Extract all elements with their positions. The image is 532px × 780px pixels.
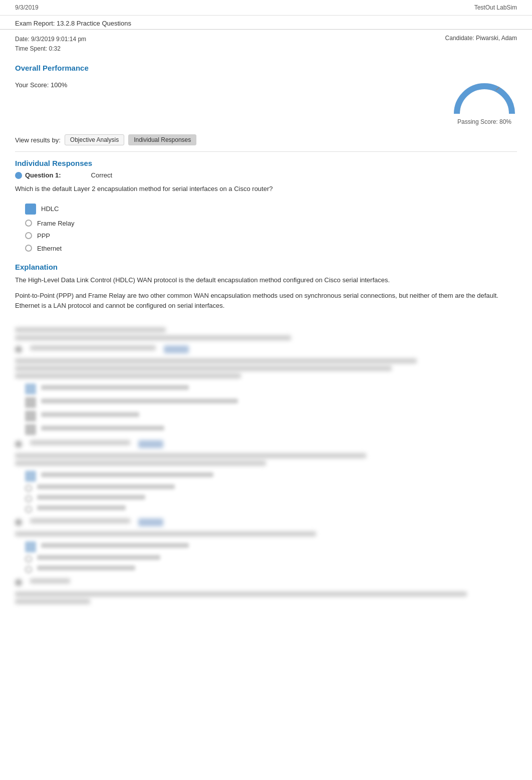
blurred-block-4 xyxy=(15,440,517,448)
individual-responses-title: Individual Responses xyxy=(0,154,532,169)
hdlc-indicator xyxy=(25,204,36,215)
tab-individual-responses[interactable]: Individual Responses xyxy=(128,134,196,145)
score-chart xyxy=(452,81,517,116)
blurred-options xyxy=(15,383,517,435)
hdlc-label: HDLC xyxy=(41,205,59,213)
explanation-title: Explanation xyxy=(15,263,517,271)
blurred-option-7 xyxy=(25,495,517,503)
explanation-section: Explanation The High-Level Data Link Con… xyxy=(0,257,532,322)
explanation-para-2: Point-to-Point (PPP) and Frame Relay are… xyxy=(15,291,517,312)
blurred-block-6 xyxy=(15,518,517,526)
exam-title: Exam Report: 13.2.8 Practice Questions xyxy=(15,20,517,27)
blurred-block-8 xyxy=(15,578,517,587)
exam-header: Exam Report: 13.2.8 Practice Questions xyxy=(0,16,532,30)
question-1-status: Correct xyxy=(91,171,113,179)
app-name: TestOut LabSim xyxy=(474,4,517,11)
blurred-block-2 xyxy=(15,345,517,353)
ppp-radio xyxy=(25,232,32,239)
frame-relay-label: Frame Relay xyxy=(37,220,74,227)
option-hdlc: HDLC xyxy=(25,201,507,217)
blurred-option-4 xyxy=(25,424,517,435)
blurred-option-8 xyxy=(25,505,517,513)
question-1-header: Question 1: Correct xyxy=(0,169,532,181)
blurred-option-5 xyxy=(25,471,517,482)
question-1-indicator xyxy=(15,172,22,179)
blurred-block-1 xyxy=(15,327,517,340)
blurred-option-1 xyxy=(25,383,517,395)
score-right: Passing Score: 80% xyxy=(452,81,517,125)
passing-score: Passing Score: 80% xyxy=(457,118,511,125)
view-results-label: View results by: xyxy=(15,136,61,144)
blurred-block-7 xyxy=(15,531,517,536)
question-1-indicator-wrapper: Question 1: xyxy=(15,171,61,179)
blurred-option-10 xyxy=(25,555,517,563)
overall-performance-title: Overall Performance xyxy=(15,64,517,72)
blurred-option-11 xyxy=(25,565,517,573)
blurred-options-2 xyxy=(15,471,517,513)
ethernet-label: Ethernet xyxy=(37,245,62,252)
option-frame-relay: Frame Relay xyxy=(25,217,507,230)
tab-objective-analysis[interactable]: Objective Analysis xyxy=(65,134,124,145)
explanation-para-1: The High-Level Data Link Control (HDLC) … xyxy=(15,275,517,286)
date-label: 9/3/2019 xyxy=(15,4,39,11)
option-ethernet: Ethernet xyxy=(25,242,507,255)
exam-date: Date: 9/3/2019 9:01:14 pm xyxy=(15,35,86,44)
score-left: Your Score: 100% xyxy=(15,81,432,89)
blurred-options-3 xyxy=(15,541,517,573)
overall-performance-section: Overall Performance xyxy=(0,59,532,81)
question-1-number: Question 1: xyxy=(25,171,61,179)
view-results-bar: View results by: Objective Analysis Indi… xyxy=(0,130,532,149)
your-score: Your Score: 100% xyxy=(15,81,432,89)
divider-1 xyxy=(15,151,517,152)
question-1-text: Which is the default Layer 2 encapsulati… xyxy=(0,181,532,199)
blurred-option-2 xyxy=(25,397,517,408)
ppp-label: PPP xyxy=(37,232,50,240)
ethernet-radio xyxy=(25,245,32,252)
meta-left: Date: 9/3/2019 9:01:14 pm Time Spent: 0:… xyxy=(15,35,86,54)
meta-info: Date: 9/3/2019 9:01:14 pm Time Spent: 0:… xyxy=(0,30,532,59)
time-spent: Time Spent: 0:32 xyxy=(15,44,86,54)
blurred-block-9 xyxy=(15,592,517,604)
blurred-option-9 xyxy=(25,541,517,552)
blurred-option-3 xyxy=(25,411,517,422)
frame-relay-radio xyxy=(25,220,32,227)
candidate-name: Candidate: Piwarski, Adam xyxy=(445,35,517,54)
blurred-block-3 xyxy=(15,358,517,378)
blurred-block-5 xyxy=(15,453,517,466)
blurred-option-6 xyxy=(25,484,517,492)
option-ppp: PPP xyxy=(25,230,507,242)
answer-options: HDLC Frame Relay PPP Ethernet xyxy=(0,199,532,257)
blurred-additional-content xyxy=(0,322,532,614)
score-area: Your Score: 100% Passing Score: 80% xyxy=(0,81,532,130)
top-bar: 9/3/2019 TestOut LabSim xyxy=(0,0,532,16)
